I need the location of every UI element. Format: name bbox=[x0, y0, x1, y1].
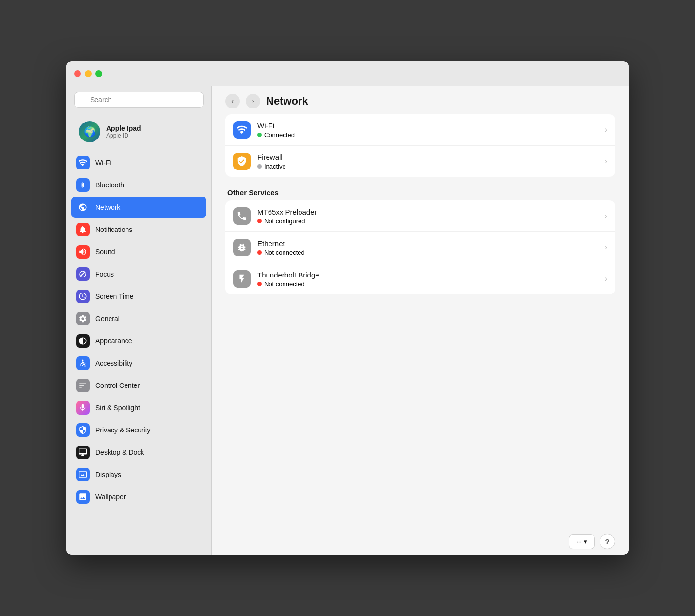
thunderbolt-chevron: › bbox=[605, 275, 607, 283]
sidebar-label-wifi: Wi-Fi bbox=[95, 159, 111, 167]
wifi-chevron: › bbox=[605, 125, 607, 134]
accessibility-icon bbox=[76, 356, 90, 370]
main-header: ‹ › Network bbox=[212, 86, 629, 114]
wifi-icon bbox=[76, 156, 90, 169]
mt65xx-status: Not configured bbox=[257, 217, 605, 225]
sidebar-label-appearance: Appearance bbox=[95, 337, 132, 345]
ethernet-row[interactable]: Ethernet Not connected › bbox=[225, 232, 615, 263]
sidebar-item-siri[interactable]: Siri & Spotlight bbox=[71, 397, 206, 418]
help-label: ? bbox=[605, 538, 609, 546]
thunderbolt-row[interactable]: Thunderbolt Bridge Not connected › bbox=[225, 263, 615, 294]
sidebar-item-accessibility[interactable]: Accessibility bbox=[71, 353, 206, 374]
wifi-row[interactable]: Wi-Fi Connected › bbox=[225, 114, 615, 146]
main-content: ‹ › Network Wi-Fi bbox=[212, 86, 629, 555]
sidebar-label-wallpaper: Wallpaper bbox=[95, 493, 126, 501]
mt65xx-icon bbox=[233, 207, 251, 225]
sidebar-item-network[interactable]: Network bbox=[71, 197, 206, 218]
wifi-name: Wi-Fi bbox=[257, 122, 605, 130]
mt65xx-name: MT65xx Preloader bbox=[257, 208, 605, 216]
top-services-card: Wi-Fi Connected › Fire bbox=[225, 114, 615, 177]
sidebar-item-screen-time[interactable]: Screen Time bbox=[71, 286, 206, 307]
apple-id-name: Apple Ipad bbox=[106, 124, 141, 132]
avatar: 🌍 bbox=[79, 121, 100, 142]
sidebar-label-general: General bbox=[95, 315, 120, 323]
sidebar-item-general[interactable]: General bbox=[71, 308, 206, 329]
minimize-button[interactable] bbox=[85, 70, 92, 77]
firewall-icon bbox=[233, 153, 251, 170]
ethernet-info: Ethernet Not connected bbox=[257, 239, 605, 256]
bluetooth-icon bbox=[76, 178, 90, 192]
search-wrapper: 🔍 bbox=[74, 92, 204, 108]
sidebar-label-network: Network bbox=[95, 203, 120, 211]
more-label: ··· bbox=[576, 538, 582, 545]
network-icon bbox=[76, 200, 90, 214]
bottom-actions: ··· ▾ ? bbox=[212, 528, 629, 555]
search-input[interactable] bbox=[74, 92, 204, 108]
more-actions-button[interactable]: ··· ▾ bbox=[569, 534, 595, 549]
mt65xx-row[interactable]: MT65xx Preloader Not configured › bbox=[225, 200, 615, 232]
sound-icon bbox=[76, 245, 90, 259]
mt65xx-info: MT65xx Preloader Not configured bbox=[257, 208, 605, 225]
other-services-title: Other Services bbox=[225, 181, 615, 200]
sidebar-label-bluetooth: Bluetooth bbox=[95, 181, 124, 189]
ethernet-icon bbox=[233, 239, 251, 256]
apple-id-section: 🌍 Apple Ipad Apple ID bbox=[66, 113, 211, 152]
other-services-card: MT65xx Preloader Not configured › bbox=[225, 200, 615, 294]
title-bar bbox=[66, 61, 629, 86]
apple-id-item[interactable]: 🌍 Apple Ipad Apple ID bbox=[74, 117, 204, 146]
sidebar-label-focus: Focus bbox=[95, 270, 114, 278]
ethernet-chevron: › bbox=[605, 243, 607, 252]
sidebar-item-control-center[interactable]: Control Center bbox=[71, 375, 206, 396]
firewall-status-text: Inactive bbox=[264, 163, 286, 170]
general-icon bbox=[76, 312, 90, 325]
focus-icon bbox=[76, 267, 90, 281]
maximize-button[interactable] bbox=[95, 70, 102, 77]
sidebar-item-bluetooth[interactable]: Bluetooth bbox=[71, 174, 206, 196]
ethernet-status-dot bbox=[257, 250, 262, 255]
desktop-icon bbox=[76, 446, 90, 459]
sidebar-label-sound: Sound bbox=[95, 248, 115, 256]
screen-time-icon bbox=[76, 290, 90, 303]
ethernet-status: Not connected bbox=[257, 249, 605, 256]
sidebar-item-appearance[interactable]: Appearance bbox=[71, 330, 206, 352]
notifications-icon bbox=[76, 223, 90, 236]
wallpaper-icon bbox=[76, 490, 90, 504]
siri-icon bbox=[76, 401, 90, 415]
sidebar-item-desktop[interactable]: Desktop & Dock bbox=[71, 442, 206, 463]
sidebar-item-displays[interactable]: Displays bbox=[71, 464, 206, 485]
sidebar-label-notifications: Notifications bbox=[95, 226, 132, 233]
wifi-network-icon bbox=[233, 121, 251, 139]
firewall-info: Firewall Inactive bbox=[257, 153, 605, 170]
sidebar-item-notifications[interactable]: Notifications bbox=[71, 219, 206, 240]
close-button[interactable] bbox=[74, 70, 81, 77]
sidebar-label-control-center: Control Center bbox=[95, 382, 140, 389]
ethernet-status-text: Not connected bbox=[264, 249, 305, 256]
privacy-icon bbox=[76, 423, 90, 437]
wifi-status-text: Connected bbox=[264, 131, 295, 139]
firewall-row[interactable]: Firewall Inactive › bbox=[225, 146, 615, 177]
thunderbolt-icon bbox=[233, 270, 251, 288]
forward-button[interactable]: › bbox=[246, 94, 260, 108]
help-button[interactable]: ? bbox=[600, 534, 615, 549]
sidebar-item-sound[interactable]: Sound bbox=[71, 241, 206, 262]
search-container: 🔍 bbox=[66, 86, 211, 113]
main-scroll: Wi-Fi Connected › Fire bbox=[212, 114, 629, 528]
displays-icon bbox=[76, 468, 90, 481]
apple-id-subtitle: Apple ID bbox=[106, 132, 141, 139]
thunderbolt-name: Thunderbolt Bridge bbox=[257, 271, 605, 279]
appearance-icon bbox=[76, 334, 90, 348]
sidebar-item-wifi[interactable]: Wi-Fi bbox=[71, 152, 206, 173]
sidebar-scroll: Wi-Fi Bluetooth Network bbox=[66, 152, 211, 555]
sidebar-label-privacy: Privacy & Security bbox=[95, 426, 151, 434]
sidebar-label-displays: Displays bbox=[95, 471, 121, 478]
sidebar-label-siri: Siri & Spotlight bbox=[95, 404, 140, 412]
apple-id-text: Apple Ipad Apple ID bbox=[106, 124, 141, 139]
sidebar-item-focus[interactable]: Focus bbox=[71, 263, 206, 285]
sidebar-item-wallpaper[interactable]: Wallpaper bbox=[71, 486, 206, 508]
firewall-name: Firewall bbox=[257, 153, 605, 161]
sidebar-item-privacy[interactable]: Privacy & Security bbox=[71, 419, 206, 441]
settings-window: 🔍 🌍 Apple Ipad Apple ID bbox=[66, 61, 629, 555]
back-button[interactable]: ‹ bbox=[225, 94, 240, 108]
sidebar: 🔍 🌍 Apple Ipad Apple ID bbox=[66, 86, 212, 555]
window-controls bbox=[74, 70, 102, 77]
